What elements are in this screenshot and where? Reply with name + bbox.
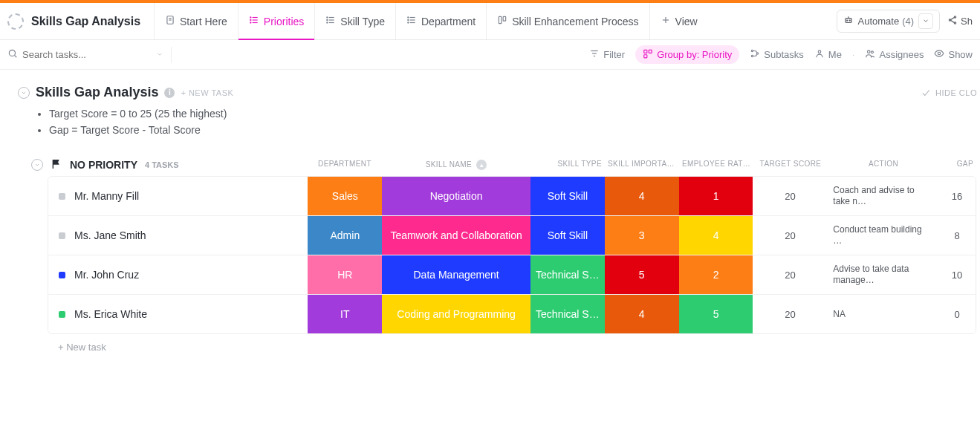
cell-action[interactable]: Conduct team building … — [827, 216, 938, 255]
tab-skill-type[interactable]: Skill Type — [314, 3, 395, 39]
group-collapse-toggle[interactable] — [31, 159, 43, 171]
cell-target-score[interactable]: 20 — [753, 177, 827, 215]
list-title: Skills Gap Analysis — [36, 85, 158, 100]
share-button[interactable]: Sh — [947, 15, 973, 27]
assignees-label: Assignees — [879, 49, 924, 60]
cell-skill-type[interactable]: Soft Skill — [530, 216, 605, 255]
cell-employee-rating[interactable]: 5 — [679, 295, 753, 333]
cell-department[interactable]: Admin — [308, 216, 382, 255]
cell-gap[interactable]: 0 — [938, 295, 976, 333]
col-department[interactable]: DEPARTMENT — [308, 160, 382, 170]
table-row[interactable]: Mr. John CruzHRData ManagementTechnical … — [48, 255, 976, 294]
cell-department[interactable]: Sales — [308, 177, 382, 215]
cell-gap[interactable]: 16 — [938, 177, 976, 215]
svg-point-42 — [752, 50, 753, 51]
task-name-cell[interactable]: Mr. John Cruz — [48, 255, 308, 294]
new-task-button[interactable]: + NEW TASK — [181, 88, 233, 97]
search-input[interactable] — [22, 49, 147, 60]
col-skill-importance[interactable]: SKILL IMPORTAN… — [605, 160, 679, 170]
col-employee-rating[interactable]: EMPLOYEE RATI… — [679, 160, 753, 170]
cell-skill-type[interactable]: Technical S… — [530, 295, 605, 333]
task-name: Ms. Erica White — [74, 308, 147, 320]
cell-skill-type[interactable]: Soft Skill — [530, 177, 605, 215]
cell-action[interactable]: Coach and ad­vise to take n… — [827, 177, 938, 215]
cell-skill-importance[interactable]: 4 — [605, 177, 679, 215]
add-view-button[interactable]: View — [649, 3, 708, 39]
cell-skill-importance[interactable]: 4 — [605, 295, 679, 333]
filter-icon — [589, 48, 600, 61]
col-action[interactable]: ACTION — [828, 160, 939, 170]
tab-start-here[interactable]: Start Here — [154, 3, 238, 39]
list-avatar-icon — [7, 13, 24, 30]
table-row[interactable]: Ms. Jane SmithAdminTeamwork and Collabor… — [48, 215, 976, 255]
table-row[interactable]: Mr. Manny FillSalesNegotiationSoft Skill… — [48, 177, 976, 215]
search-wrap — [7, 48, 163, 61]
tab-department[interactable]: Department — [395, 3, 486, 39]
cell-gap[interactable]: 10 — [938, 255, 976, 294]
content-area: Skills Gap Analysis i + NEW TASK HIDE CL… — [0, 70, 980, 360]
svg-point-13 — [327, 19, 328, 20]
cell-skill-type[interactable]: Technical S… — [530, 255, 605, 294]
tab-priorities[interactable]: Priorities — [238, 3, 314, 39]
chevron-down-icon[interactable] — [918, 13, 933, 29]
subtasks-button[interactable]: Subtasks — [750, 48, 803, 61]
svg-point-14 — [327, 22, 328, 23]
cell-department[interactable]: HR — [308, 255, 382, 294]
cell-gap[interactable]: 8 — [938, 216, 976, 255]
status-square-icon[interactable] — [59, 232, 65, 239]
task-name-cell[interactable]: Ms. Erica White — [48, 295, 308, 333]
hide-closed-toggle[interactable]: HIDE CLO — [921, 88, 977, 98]
cell-skill-name[interactable]: Data Management — [382, 255, 530, 294]
status-square-icon[interactable] — [59, 311, 65, 318]
svg-rect-41 — [644, 55, 647, 58]
cell-target-score[interactable]: 20 — [753, 295, 827, 333]
tab-label: Skill Type — [340, 16, 385, 27]
cell-department[interactable]: IT — [308, 295, 382, 333]
subtasks-label: Subtasks — [764, 49, 803, 60]
cell-skill-importance[interactable]: 3 — [605, 216, 679, 255]
cell-employee-rating[interactable]: 4 — [679, 216, 753, 255]
cell-employee-rating[interactable]: 2 — [679, 255, 753, 294]
cell-employee-rating[interactable]: 1 — [679, 177, 753, 215]
collapse-toggle[interactable] — [18, 87, 30, 99]
svg-point-45 — [818, 50, 821, 53]
cell-action[interactable]: NA — [827, 295, 938, 333]
col-skill-name[interactable]: SKILL NAME ▲ — [382, 160, 530, 170]
tab-label: Skill Enhancement Process — [512, 16, 638, 27]
automate-button[interactable]: Automate (4) — [837, 10, 941, 33]
show-button[interactable]: Show — [934, 48, 973, 61]
svg-point-48 — [938, 52, 941, 55]
svg-point-43 — [752, 55, 753, 56]
cell-skill-importance[interactable]: 5 — [605, 255, 679, 294]
cell-target-score[interactable]: 20 — [753, 216, 827, 255]
svg-point-7 — [250, 19, 251, 20]
svg-point-20 — [408, 22, 409, 23]
cell-skill-name[interactable]: Teamwork and Collaboration — [382, 216, 530, 255]
group-no-priority: NO PRIORITY 4 TASKS DEPARTMENT SKILL NAM… — [7, 154, 980, 360]
list-description: Target Score = 0 to 25 (25 the highest) … — [7, 100, 980, 154]
col-target-score[interactable]: TARGET SCORE — [753, 160, 828, 170]
tab-skill-enhancement[interactable]: Skill Enhancement Process — [486, 3, 649, 39]
col-gap[interactable]: GAP — [939, 160, 976, 170]
task-name: Mr. John Cruz — [74, 269, 139, 281]
svg-point-19 — [408, 19, 409, 20]
info-icon[interactable]: i — [164, 88, 175, 98]
status-square-icon[interactable] — [59, 193, 65, 200]
cell-action[interactable]: Advise to take data manage­… — [827, 255, 938, 294]
assignees-button[interactable]: Assignees — [865, 48, 924, 61]
table-row[interactable]: Ms. Erica WhiteITCoding and ProgrammingT… — [48, 294, 976, 333]
share-icon — [947, 15, 958, 27]
col-skill-type[interactable]: SKILL TYPE — [530, 160, 605, 170]
task-name-cell[interactable]: Ms. Jane Smith — [48, 216, 308, 255]
search-dropdown-toggle[interactable] — [152, 49, 168, 61]
groupby-button[interactable]: Group by: Priority — [635, 45, 739, 64]
task-name-cell[interactable]: Mr. Manny Fill — [48, 177, 308, 215]
status-square-icon[interactable] — [59, 272, 65, 278]
me-button[interactable]: Me — [814, 48, 842, 61]
cell-target-score[interactable]: 20 — [753, 255, 827, 294]
filter-button[interactable]: Filter — [589, 48, 625, 61]
cell-skill-name[interactable]: Negotiation — [382, 177, 530, 215]
cell-skill-name[interactable]: Coding and Programming — [382, 295, 530, 333]
new-task-row[interactable]: + New task — [7, 334, 980, 360]
task-name: Mr. Manny Fill — [74, 190, 139, 202]
